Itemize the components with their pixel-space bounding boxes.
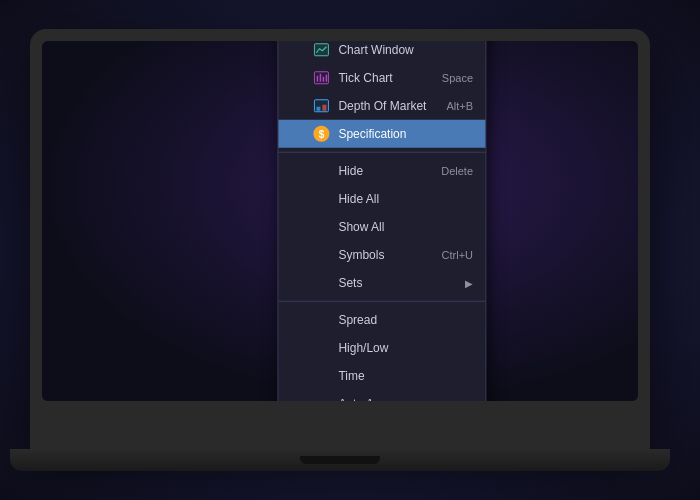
- label-depth-of-market: Depth Of Market: [338, 99, 426, 113]
- icon-auto-arrange: [312, 395, 330, 401]
- icon-time: [312, 367, 330, 385]
- shortcut-symbols: Ctrl+U: [442, 249, 473, 261]
- arrow-sets: ▶: [465, 277, 473, 288]
- icon-show-all: [312, 218, 330, 236]
- label-auto-arrange: Auto Arrange: [338, 397, 473, 401]
- menu-item-symbols[interactable]: SymbolsCtrl+U: [278, 241, 485, 269]
- menu-item-high-low[interactable]: High/Low: [278, 334, 485, 362]
- icon-tick-chart: [312, 69, 330, 87]
- label-symbols: Symbols: [338, 248, 421, 262]
- shortcut-tick-chart: Space: [442, 72, 473, 84]
- icon-hide-all: [312, 190, 330, 208]
- menu-separator-11: [278, 301, 485, 302]
- icon-hide: [312, 162, 330, 180]
- label-spread: Spread: [338, 313, 473, 327]
- menu-separator-5: [278, 152, 485, 153]
- icon-specification: $: [312, 125, 330, 143]
- laptop-screen: New OrderF9Chart WindowTick ChartSpaceDe…: [42, 41, 638, 401]
- menu-item-show-all[interactable]: Show All: [278, 213, 485, 241]
- menu-item-tick-chart[interactable]: Tick ChartSpace: [278, 64, 485, 92]
- label-show-all: Show All: [338, 220, 473, 234]
- laptop-container: New OrderF9Chart WindowTick ChartSpaceDe…: [30, 29, 670, 471]
- menu-item-auto-arrange[interactable]: ✓Auto Arrange: [278, 390, 485, 401]
- label-hide: Hide: [338, 164, 421, 178]
- svg-rect-10: [316, 107, 320, 111]
- menu-item-hide-all[interactable]: Hide All: [278, 185, 485, 213]
- label-specification: Specification: [338, 127, 473, 141]
- label-high-low: High/Low: [338, 341, 473, 355]
- label-chart-window: Chart Window: [338, 43, 473, 57]
- menu-item-spread[interactable]: Spread: [278, 306, 485, 334]
- menu-item-depth-of-market[interactable]: Depth Of MarketAlt+B: [278, 92, 485, 120]
- menu-item-specification[interactable]: $Specification: [278, 120, 485, 148]
- label-time: Time: [338, 369, 473, 383]
- menu-item-time[interactable]: Time: [278, 362, 485, 390]
- menu-item-sets[interactable]: Sets▶: [278, 269, 485, 297]
- laptop-base: [10, 449, 670, 471]
- svg-rect-11: [322, 105, 326, 111]
- icon-spread: [312, 311, 330, 329]
- icon-symbols: [312, 246, 330, 264]
- checkmark-auto-arrange: ✓: [286, 397, 304, 401]
- label-sets: Sets: [338, 276, 455, 290]
- label-tick-chart: Tick Chart: [338, 71, 421, 85]
- icon-chart-window: [312, 41, 330, 59]
- context-menu[interactable]: New OrderF9Chart WindowTick ChartSpaceDe…: [277, 41, 486, 401]
- icon-high-low: [312, 339, 330, 357]
- label-hide-all: Hide All: [338, 192, 473, 206]
- icon-depth-of-market: [312, 97, 330, 115]
- shortcut-hide: Delete: [441, 165, 473, 177]
- icon-sets: [312, 274, 330, 292]
- menu-item-hide[interactable]: HideDelete: [278, 157, 485, 185]
- laptop-notch: [300, 456, 380, 464]
- menu-item-chart-window[interactable]: Chart Window: [278, 41, 485, 64]
- laptop-outer: New OrderF9Chart WindowTick ChartSpaceDe…: [30, 29, 650, 449]
- shortcut-depth-of-market: Alt+B: [446, 100, 473, 112]
